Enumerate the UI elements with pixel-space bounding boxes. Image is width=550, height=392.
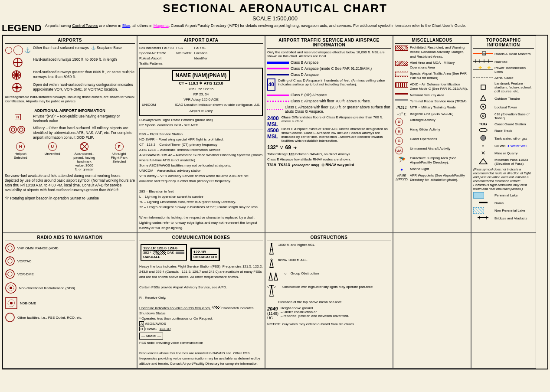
obs-2049-row: 2049 (1149) UC Height above ground – Und… <box>267 306 391 320</box>
tower-below-1000-symbol <box>267 258 276 268</box>
oil-well-symbol: ○ <box>481 144 484 148</box>
ndb-symbol <box>5 282 17 294</box>
svg-point-74 <box>271 285 272 287</box>
svg-point-13 <box>11 128 15 131</box>
class-d-label: Class D Airspace <box>291 72 319 77</box>
topo-elevation-tower: 618 (Elevation Base of Tower) <box>473 112 534 120</box>
parachute-symbol: 🪂 <box>398 156 406 163</box>
obs-2049-values: 2049 (1149) UC <box>267 306 278 320</box>
misc-trsa: Terminal Radar Service Area (TRSA) <box>395 99 469 104</box>
ndb-row: Non-Directional Radiobeacon (NDB) <box>5 282 135 295</box>
msl-2400: 2400 MSL <box>267 115 279 127</box>
svg-point-39 <box>481 135 486 140</box>
misc-alert: Alert Area and MOA - Military Operations… <box>395 61 469 70</box>
icao-label: ICAO Location Indicator shown outside co… <box>175 102 260 108</box>
open-circle-icon <box>5 47 12 54</box>
svg-marker-33 <box>481 95 486 101</box>
obs-below-1000-row: below 1000 ft. AGL <box>267 258 391 269</box>
roads-symbol: 95 <box>473 50 493 56</box>
svg-point-58 <box>10 302 13 304</box>
heliport-u-label: Unverified <box>45 152 60 156</box>
misc-isogonic: –1° E Isogonic Line (2010 VALUE) <box>395 112 469 116</box>
rp-line: RP 23, 34 <box>142 92 260 97</box>
airport-data-notes: FSS – Flight Service Station NO SVFR – F… <box>139 132 263 231</box>
svg-point-70 <box>270 272 272 274</box>
airport-icon-1: ⚓ <box>5 46 31 55</box>
power-icon: ⚡ ⚡ <box>473 66 493 73</box>
ua-text: Unmanned Aircraft Activity <box>410 147 469 151</box>
rnav-waypoint: ◇ RNAV waypoint <box>321 163 354 167</box>
topo-power: ⚡ ⚡ Power Transmission Lines <box>473 66 534 74</box>
comm-box-1-name: OAK <box>167 251 174 255</box>
vortac-row: VORTAC <box>5 256 135 267</box>
airports-section: AIRPORTS ⚓ Other than hard-surfaced runw… <box>3 36 137 233</box>
nsa-icon <box>395 93 408 95</box>
page: SECTIONAL AERONAUTICAL CHART SCALE 1:500… <box>0 0 550 392</box>
hiwas-freq: 122.1R <box>160 327 171 331</box>
vor-symbol <box>5 243 15 253</box>
race-track-label: Race Track <box>494 129 512 133</box>
airport-row-2: Hard-surfaced runways 1500 ft. to 8069 f… <box>5 57 135 68</box>
tank-icon <box>473 135 493 142</box>
cg-symbol: +CG <box>479 122 487 126</box>
trsa-text: Terminal Radar Service Area (TRSA) <box>410 99 469 104</box>
heliport-h-label: Heliport Selected <box>10 152 31 160</box>
topo-dams: Dams <box>473 200 534 206</box>
roads-icon: 95 <box>473 50 493 57</box>
misc-ultralight: U Ultralight Activity <box>395 118 469 126</box>
military-runway-icon <box>9 126 26 134</box>
tk313: TK313 <box>278 163 290 167</box>
comm-box-1-hatch <box>153 251 166 255</box>
compass-row: 132° V 69 ➜ <box>267 144 391 150</box>
misc-hang-glider: H Hang Glider Activity <box>395 127 469 135</box>
airport-text-1: Other than hard-surfaced runways ⚓ Seapl… <box>33 46 135 50</box>
power-label: Power Transmission Lines <box>494 66 534 74</box>
misc-nsa: National Security Area <box>395 93 469 98</box>
fss-no-svfr: FSSNO SVFR <box>176 46 192 66</box>
topographic-section: TOPOGRAPHIC INFORMATION 95 Roads & Road … <box>471 36 536 233</box>
marine-light-text: Marine Light <box>410 167 469 171</box>
isogonic-icon: –1° E <box>395 112 408 116</box>
comm-box-1-info: 382 * OAK <box>143 251 184 255</box>
obs-1000-row: 1000 ft. and higher AGL <box>267 243 391 256</box>
box-indicators-row: Box indicators FAR 93Special Air Traffic… <box>139 46 263 66</box>
v-symbol: V <box>280 145 283 150</box>
rnav-row: T319 TK313 (helicopter only) ◇ RNAV wayp… <box>267 163 391 167</box>
obs-1000-label: 1000 ft. and higher AGL <box>278 243 315 247</box>
race-track-symbol <box>479 128 488 132</box>
msl-differentiates-text: Class Differentiates floors of Class E A… <box>282 115 391 143</box>
class-b-label: Class B Airspace <box>291 60 318 65</box>
military-text: Military – Other than hard-surfaced. All… <box>33 126 135 140</box>
svg-point-45 <box>6 244 14 252</box>
svg-point-55 <box>10 287 12 289</box>
military-icon <box>5 126 31 134</box>
ceiling-box-icon: 40 <box>267 78 275 91</box>
hard-surface-runway-icon <box>13 57 23 68</box>
pvt-symbol: R <box>15 114 21 120</box>
t319: T319 <box>267 163 276 167</box>
ct-freq-line: CT – 118.3 ✶ ATIS 123.8 <box>142 81 260 87</box>
special-traffic-text: Special Airport Traffic Area (See FAR Pa… <box>410 72 469 81</box>
class-c-symbol <box>267 68 289 69</box>
race-track-icon <box>473 128 493 133</box>
heliport-f: F Ultralight Flight Park Selected <box>108 142 130 171</box>
misc-header: MISCELLANEOUS <box>395 38 469 44</box>
glider-text: Glider Operations <box>410 137 469 141</box>
ir211-text: IR211 <box>396 105 407 110</box>
heliport-u-icon: U <box>48 142 57 151</box>
prohibited-icon <box>395 46 408 51</box>
railroad-icon <box>473 59 493 64</box>
obs-1000-icon <box>267 243 276 256</box>
beacon-text: ☆ Rotating airport beacon in operation S… <box>5 195 135 201</box>
lookout-icon <box>473 104 493 111</box>
heliport-f-icon: F <box>115 142 124 151</box>
airport-row-4: Open dot within hard-surfaced runway con… <box>5 82 135 93</box>
msl-4500: 4500 MSL <box>267 127 279 140</box>
airport-diagram: NAME (NAM)(PNAM) CT – 118.3 ✶ ATIS 123.8… <box>139 68 263 116</box>
perennial-lake-symbol <box>473 192 484 199</box>
mine-symbol: ✕ <box>481 150 485 156</box>
misc-section: MISCELLANEOUS Prohibited, Restricted, an… <box>393 36 471 233</box>
misc-ua: UA Unmanned Aircraft Activity <box>395 147 469 154</box>
services-text: Services–fuel available and field attend… <box>5 173 135 193</box>
parachute-icon: 🪂 <box>395 156 408 163</box>
